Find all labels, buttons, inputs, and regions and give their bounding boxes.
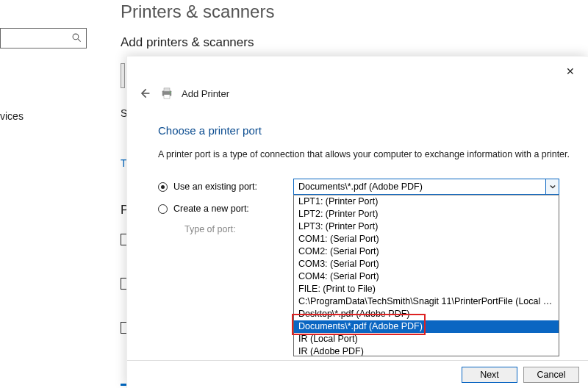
port-option[interactable]: FILE: (Print to File) (294, 283, 559, 295)
port-option[interactable]: C:\ProgramData\TechSmith\Snagit 11\Print… (294, 295, 559, 308)
port-option[interactable]: COM1: (Serial Port) (294, 233, 559, 245)
svg-rect-4 (164, 88, 170, 91)
dialog-button-row: Next Cancel (127, 360, 588, 388)
port-option[interactable]: LPT1: (Printer Port) (294, 195, 559, 208)
search-input[interactable] (0, 28, 87, 48)
port-option[interactable]: IR (Adobe PDF) (294, 345, 559, 356)
dialog-heading: Choose a printer port (158, 124, 262, 137)
port-dropdown-list[interactable]: LPT1: (Printer Port)LPT2: (Printer Port)… (293, 195, 559, 356)
search-icon (71, 32, 82, 45)
row-letter-s: S (121, 107, 125, 132)
page-title: Printers & scanners (121, 1, 274, 22)
port-option[interactable]: IR (Local Port) (294, 333, 559, 345)
radio-label: Use an existing port: (173, 182, 257, 192)
svg-line-1 (78, 39, 81, 42)
add-printer-dialog: ✕ Add Printer Choose a printer port A pr… (126, 56, 588, 388)
chevron-down-icon[interactable] (545, 179, 559, 194)
port-option[interactable]: COM4: (Serial Port) (294, 270, 559, 283)
dialog-header: Add Printer (137, 86, 229, 101)
add-device-button-edge[interactable] (121, 63, 125, 88)
svg-point-6 (170, 92, 171, 93)
section-title: Add printers & scanners (121, 35, 254, 50)
svg-point-0 (73, 34, 79, 40)
next-button[interactable]: Next (462, 367, 517, 383)
cancel-button[interactable]: Cancel (523, 367, 579, 383)
close-button[interactable]: ✕ (560, 61, 581, 82)
dialog-title: Add Printer (182, 88, 229, 99)
dialog-description: A printer port is a type of connection t… (158, 149, 573, 159)
port-option[interactable]: LPT2: (Printer Port) (294, 208, 559, 220)
port-option[interactable]: Documents\*.pdf (Adobe PDF) (294, 320, 559, 333)
port-option[interactable]: LPT3: (Printer Port) (294, 220, 559, 233)
port-option[interactable]: COM3: (Serial Port) (294, 258, 559, 270)
radio-icon (158, 204, 168, 214)
radio-create-new-port[interactable]: Create a new port: (158, 204, 249, 214)
printer-icon (159, 87, 174, 100)
radio-label: Create a new port: (173, 204, 249, 214)
close-icon: ✕ (566, 65, 575, 77)
port-option[interactable]: COM2: (Serial Port) (294, 245, 559, 258)
back-button[interactable] (137, 86, 152, 101)
radio-use-existing-port[interactable]: Use an existing port: (158, 182, 257, 192)
sidebar-item-truncated[interactable]: vices (0, 109, 26, 123)
radio-icon (158, 182, 168, 192)
combobox-value: Documents\*.pdf (Adobe PDF) (294, 182, 545, 192)
port-option[interactable]: Desktop\*.pdf (Adobe PDF) (294, 308, 559, 320)
port-type-label: Type of port: (184, 224, 235, 234)
svg-rect-5 (164, 95, 170, 98)
port-combobox[interactable]: Documents\*.pdf (Adobe PDF) (293, 179, 559, 195)
